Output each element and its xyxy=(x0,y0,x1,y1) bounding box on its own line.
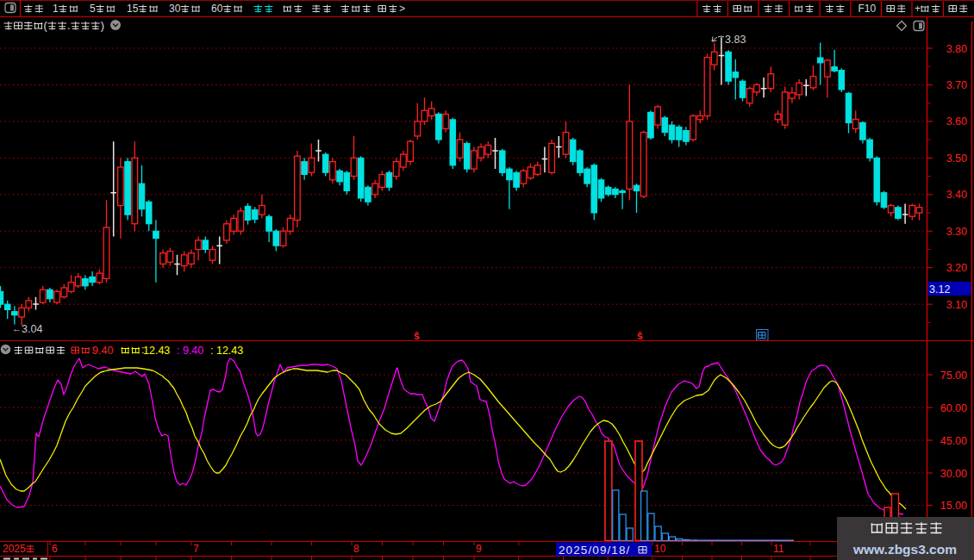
svg-text:2025: 2025 xyxy=(3,543,26,555)
svg-text:2025/09/18/: 2025/09/18/ xyxy=(559,544,630,557)
svg-text:11: 11 xyxy=(773,543,784,555)
svg-text:www.zbgs3.com: www.zbgs3.com xyxy=(852,542,957,557)
svg-text:3.50: 3.50 xyxy=(946,152,967,165)
svg-text:: 9.40: : 9.40 xyxy=(177,345,203,357)
svg-text:3.30: 3.30 xyxy=(946,226,967,238)
svg-text:5: 5 xyxy=(90,3,96,15)
svg-text:7: 7 xyxy=(193,543,199,555)
svg-text:F10: F10 xyxy=(858,3,877,15)
svg-text:9: 9 xyxy=(476,543,482,555)
svg-text:9.40: 9.40 xyxy=(92,345,113,357)
svg-text:75.00: 75.00 xyxy=(940,370,967,382)
svg-text:6: 6 xyxy=(52,543,58,555)
svg-text:3.10: 3.10 xyxy=(946,299,967,311)
svg-text:1: 1 xyxy=(53,3,59,15)
svg-text:15: 15 xyxy=(127,3,139,15)
svg-text:3.70: 3.70 xyxy=(946,79,967,91)
svg-text:60.00: 60.00 xyxy=(940,402,967,414)
svg-text:3.83: 3.83 xyxy=(725,34,746,46)
svg-text:3.20: 3.20 xyxy=(946,262,967,274)
svg-text:45.00: 45.00 xyxy=(940,435,967,447)
svg-text:3.40: 3.40 xyxy=(946,189,967,201)
svg-text:30.00: 30.00 xyxy=(940,468,967,480)
svg-text:←: ← xyxy=(12,323,22,333)
svg-text:): ) xyxy=(101,20,104,32)
svg-text:: 12.43: : 12.43 xyxy=(210,345,243,357)
svg-text:>: > xyxy=(399,3,405,15)
svg-text:.: . xyxy=(67,20,70,32)
svg-text:3.04: 3.04 xyxy=(22,323,42,335)
svg-text:15.00: 15.00 xyxy=(940,500,967,512)
svg-text:60: 60 xyxy=(211,3,223,15)
svg-text:8: 8 xyxy=(353,543,359,555)
svg-text:10: 10 xyxy=(654,543,666,555)
svg-text:12.43: 12.43 xyxy=(143,345,170,357)
svg-text:+: + xyxy=(915,3,921,15)
svg-text:30: 30 xyxy=(169,3,181,15)
svg-text:3.80: 3.80 xyxy=(946,43,967,55)
svg-text:3.60: 3.60 xyxy=(946,115,967,128)
svg-text:3.12: 3.12 xyxy=(929,283,950,296)
